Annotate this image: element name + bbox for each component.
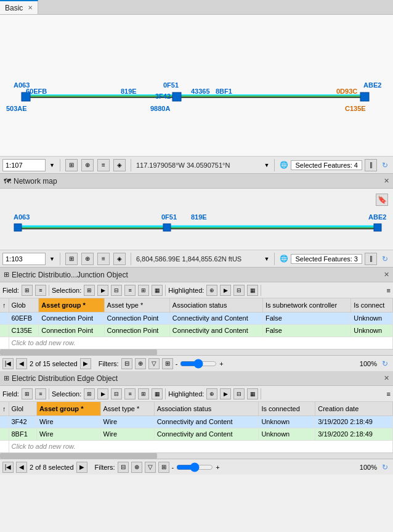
t1-col-subnetwork[interactable]: Is subnetwork controller — [262, 298, 350, 312]
t2-col-asset-group[interactable]: Asset group * — [36, 402, 100, 415]
zoom-dropdown-icon[interactable]: ▼ — [49, 162, 55, 168]
t2-col-connected[interactable]: Is connected — [259, 402, 315, 415]
t2-sel-btn1[interactable]: ⊞ — [84, 388, 95, 399]
t2-filter-btn2[interactable]: ⊕ — [131, 462, 142, 473]
t1-sel-btn1[interactable]: ⊞ — [84, 285, 95, 296]
coord-dropdown-icon[interactable]: ▼ — [264, 162, 270, 168]
t1-hi-btn4[interactable]: ▦ — [247, 285, 258, 296]
t1-settings-btn[interactable]: ≡ — [387, 287, 391, 294]
nm-pause-btn[interactable]: ‖ — [365, 253, 377, 265]
t1-row1-glob: 60EFB — [9, 312, 39, 324]
t1-field-btn2[interactable]: ≡ — [35, 285, 46, 296]
t1-sel-btn3[interactable]: ⊟ — [111, 285, 122, 296]
nm-globe-icon: 🌐 — [280, 255, 288, 263]
nm-refresh-btn[interactable]: ↻ — [379, 253, 391, 264]
nm-zoom-btn[interactable]: ⊕ — [81, 253, 94, 265]
t1-sel-btn5[interactable]: ⊞ — [138, 285, 149, 296]
t1-col-asset-group[interactable]: Asset group * — [39, 298, 104, 312]
t1-filter-btn1[interactable]: ⊟ — [121, 358, 132, 369]
nm-zoom-input[interactable]: 1:103 — [2, 253, 46, 265]
t2-add-row-label[interactable]: Click to add new row. — [9, 440, 393, 452]
t2-sel-btn4[interactable]: ≡ — [124, 388, 136, 399]
t2-filter-btn4[interactable]: ⊞ — [158, 462, 169, 473]
nm-layer-btn[interactable]: ≡ — [97, 253, 110, 265]
network-map-close[interactable]: ✕ — [384, 177, 389, 185]
add-row[interactable]: Click to add new row. — [0, 337, 393, 349]
t2-hi-btn2[interactable]: ▶ — [220, 388, 231, 399]
t2-hi-btn3[interactable]: ⊟ — [233, 388, 245, 399]
table1-close[interactable]: ✕ — [384, 271, 389, 279]
t2-col-creation[interactable]: Creation date — [315, 402, 393, 415]
t1-filter-btn2[interactable]: ⊕ — [135, 358, 146, 369]
t2-sel-btn6[interactable]: ▦ — [152, 388, 163, 399]
zoom-in-btn[interactable]: ⊕ — [81, 159, 94, 171]
t2-sel-btn3[interactable]: ⊟ — [111, 388, 122, 399]
t2-zoom-slider[interactable] — [176, 462, 213, 472]
t1-sel-btn6[interactable]: ▦ — [152, 285, 163, 296]
t1-field-btn1[interactable]: ⊞ — [22, 285, 33, 296]
t1-zoom-pct: 100% — [360, 360, 377, 367]
t2-field-btn2[interactable]: ≡ — [35, 388, 46, 399]
t1-col-connect[interactable]: Is connect — [351, 298, 393, 312]
t1-prev-btn[interactable]: ◀ — [16, 358, 27, 369]
t1-first-btn[interactable]: |◀ — [2, 358, 14, 369]
nm-zoom-dropdown[interactable]: ▼ — [49, 256, 55, 262]
t1-filter-btn3[interactable]: ▽ — [148, 358, 160, 369]
table2-hscroll[interactable] — [0, 452, 393, 459]
map-label-8bf1: 8BF1 — [216, 88, 232, 95]
table-row[interactable]: 60EFB Connection Point Connection Point … — [0, 312, 393, 324]
t1-next-btn[interactable]: ▶ — [80, 358, 91, 369]
t1-filter-btn4[interactable]: ⊞ — [162, 358, 173, 369]
t2-prev-btn[interactable]: ◀ — [16, 462, 27, 473]
t2-filter-btn1[interactable]: ⊟ — [118, 462, 129, 473]
bookmark-icon[interactable]: 🔖 — [376, 194, 388, 206]
table2-title: Electric Distribution Edge Object — [12, 374, 118, 383]
t2-col-assoc[interactable]: Association status — [154, 402, 259, 415]
t2-col-asset-type[interactable]: Asset type * — [100, 402, 154, 415]
t2-sel-btn5[interactable]: ⊞ — [138, 388, 149, 399]
t2-hi-btn1[interactable]: ⊕ — [206, 388, 217, 399]
t1-sel-btn2[interactable]: ▶ — [97, 285, 108, 296]
t1-col-assoc[interactable]: Association status — [169, 298, 262, 312]
t2-field-btn1[interactable]: ⊞ — [22, 388, 33, 399]
t1-hi-btn2[interactable]: ▶ — [220, 285, 231, 296]
t2-hi-btn4[interactable]: ▦ — [247, 388, 258, 399]
t2-settings-btn[interactable]: ≡ — [387, 390, 391, 398]
nm-coord-dropdown[interactable]: ▼ — [264, 256, 270, 262]
nm-mark-btn[interactable]: ◈ — [113, 253, 126, 265]
t2-sel-btn2[interactable]: ▶ — [97, 388, 108, 399]
table2-close[interactable]: ✕ — [384, 374, 389, 382]
t2-row1-connected: Unknown — [259, 415, 315, 428]
refresh-btn[interactable]: ↻ — [379, 160, 391, 171]
add-row[interactable]: Click to add new row. — [0, 440, 393, 452]
zoom-input[interactable]: 1:107 — [2, 159, 46, 171]
pan-tool-btn[interactable]: ⊞ — [65, 159, 78, 171]
basic-tab-close[interactable]: ✕ — [28, 4, 33, 11]
bookmark-btn[interactable]: ◈ — [113, 159, 126, 171]
t1-hi-btn1[interactable]: ⊕ — [206, 285, 217, 296]
nm-pan-btn[interactable]: ⊞ — [65, 253, 78, 265]
t2-page-info: 2 of 8 selected — [30, 464, 74, 471]
table-row[interactable]: 3F42 Wire Wire Connectivity and Content … — [0, 415, 393, 428]
table-row[interactable]: 8BF1 Wire Wire Connectivity and Content … — [0, 428, 393, 440]
t2-next-btn[interactable]: ▶ — [76, 462, 87, 473]
table2-container[interactable]: ↑ Glol Asset group * Asset type * Associ… — [0, 402, 393, 452]
t1-hi-btn3[interactable]: ⊟ — [233, 285, 245, 296]
t1-col-asset-type[interactable]: Asset type * — [104, 298, 169, 312]
table-row[interactable]: C135E Connection Point Connection Point … — [0, 324, 393, 337]
layer-btn[interactable]: ≡ — [97, 159, 110, 171]
t1-zoom-slider[interactable] — [180, 359, 217, 369]
t2-sep1 — [49, 388, 49, 399]
t2-first-btn[interactable]: |◀ — [2, 462, 14, 473]
basic-tab[interactable]: Basic ✕ — [0, 0, 38, 14]
pause-btn[interactable]: ‖ — [365, 159, 377, 171]
t1-zoom-section: 100% ↻ — [360, 358, 391, 369]
table1-container[interactable]: ↑ Glob Asset group * Asset type * Associ… — [0, 298, 393, 349]
table1-hscroll[interactable] — [0, 349, 393, 355]
t1-refresh-btn[interactable]: ↻ — [379, 358, 391, 369]
t2-refresh-btn[interactable]: ↻ — [379, 462, 391, 473]
map-label-c135e: C135E — [345, 105, 366, 112]
t1-sel-btn4[interactable]: ≡ — [124, 285, 136, 296]
t1-add-row-label[interactable]: Click to add new row. — [9, 337, 393, 349]
t2-filter-btn3[interactable]: ▽ — [145, 462, 156, 473]
